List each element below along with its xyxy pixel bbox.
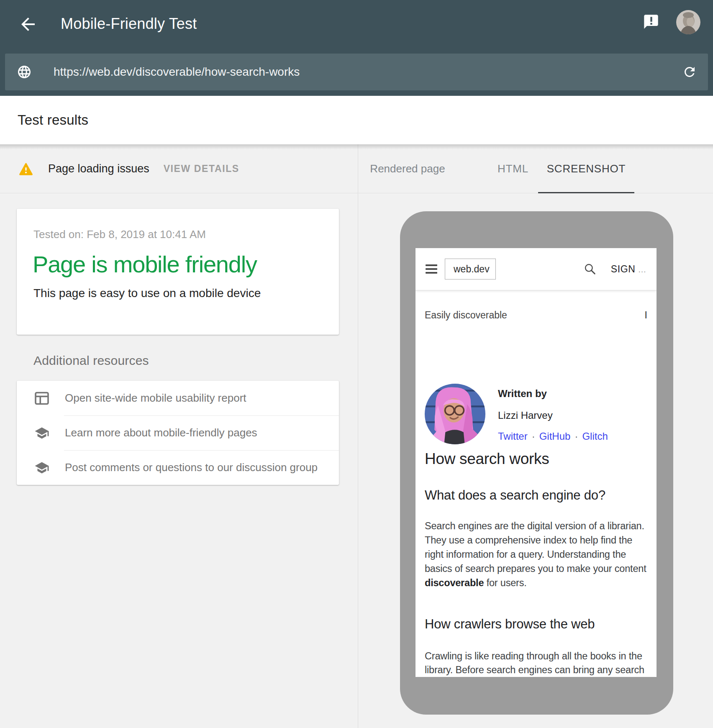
article-subheading-2: How crawlers browse the web — [425, 617, 647, 632]
sign-in-ellipsis: … — [638, 265, 646, 274]
screenshot-site-name: web.dev — [454, 264, 490, 275]
warning-label: Page loading issues — [48, 162, 149, 175]
phone-mockup: web.dev SIGN… Easily discoverable I — [400, 211, 673, 715]
paragraph-bold-text: discoverable — [425, 577, 484, 588]
resource-item-label: Post comments or questions to our discus… — [65, 461, 318, 474]
back-button[interactable] — [18, 14, 38, 34]
school-icon — [34, 426, 49, 441]
usability-report-icon — [34, 391, 49, 406]
link-twitter: Twitter — [498, 431, 528, 442]
tab-html[interactable]: HTML — [498, 144, 528, 193]
refresh-button[interactable] — [682, 64, 697, 79]
globe-icon — [17, 64, 32, 79]
active-tab-underline — [538, 192, 634, 193]
app-bar: Mobile-Friendly Test https://web.dev/dis… — [0, 0, 713, 96]
sign-in-text: SIGN — [611, 264, 636, 274]
app-bar-row: Mobile-Friendly Test — [0, 0, 713, 51]
resource-item-label: Open site-wide mobile usability report — [65, 392, 246, 405]
app-title: Mobile-Friendly Test — [61, 15, 197, 33]
phone-screenshot: web.dev SIGN… Easily discoverable I — [415, 248, 657, 677]
resource-item-learn-more[interactable]: Learn more about mobile-friendly pages — [17, 415, 339, 450]
article-title: How search works — [425, 450, 647, 468]
result-card: Tested on: Feb 8, 2019 at 10:41 AM Page … — [17, 209, 339, 335]
link-separator: · — [528, 431, 539, 442]
article-subheading-1: What does a search engine do? — [425, 488, 647, 503]
link-github: GitHub — [539, 431, 571, 442]
feedback-icon — [643, 13, 659, 30]
back-arrow-icon — [18, 14, 38, 34]
author-details: Written by Lizzi Harvey Twitter·GitHub·G… — [498, 384, 608, 444]
tab-screenshot[interactable]: SCREENSHOT — [547, 144, 626, 193]
author-links: Twitter·GitHub·Glitch — [498, 431, 608, 442]
author-block: Written by Lizzi Harvey Twitter·GitHub·G… — [425, 384, 647, 444]
additional-resources-heading: Additional resources — [33, 354, 149, 368]
screenshot-browser-header: web.dev SIGN… — [415, 248, 657, 290]
screenshot-search-box: web.dev — [445, 259, 496, 279]
view-details-link[interactable]: VIEW DETAILS — [164, 163, 239, 174]
account-avatar[interactable] — [676, 10, 700, 34]
content-area: Page loading issues VIEW DETAILS Tested … — [0, 144, 713, 728]
paragraph-text: Search engines are the digital version o… — [425, 520, 646, 574]
page-loading-issues-row: Page loading issues VIEW DETAILS — [0, 144, 358, 193]
paragraph-text: for users. — [484, 577, 526, 588]
screenshot-section-row: Easily discoverable I — [425, 310, 647, 321]
sign-in-label: SIGN… — [611, 264, 646, 275]
resource-item-label: Learn more about mobile-friendly pages — [65, 426, 257, 439]
resource-item-discussion-group[interactable]: Post comments or questions to our discus… — [17, 450, 339, 485]
left-panel: Page loading issues VIEW DETAILS Tested … — [0, 144, 358, 728]
article-paragraph-1: Search engines are the digital version o… — [425, 519, 647, 590]
section-title: Easily discoverable — [425, 310, 507, 321]
article-paragraph-2: Crawling is like reading through all the… — [425, 649, 647, 677]
refresh-icon — [682, 64, 697, 79]
tested-on-timestamp: Tested on: Feb 8, 2019 at 10:41 AM — [33, 228, 206, 241]
link-glitch: Glitch — [582, 431, 608, 442]
url-text[interactable]: https://web.dev/discoverable/how-search-… — [54, 54, 300, 90]
results-band: Test results — [0, 96, 713, 144]
hamburger-menu-icon — [426, 262, 437, 276]
verdict-heading: Page is mobile friendly — [33, 251, 257, 278]
avatar-photo — [676, 10, 700, 34]
warning-triangle-icon — [19, 162, 33, 175]
tabs-row: Rendered page HTML SCREENSHOT — [358, 144, 713, 193]
screenshot-page-body: Easily discoverable I — [415, 310, 657, 677]
written-by-label: Written by — [498, 388, 608, 400]
feedback-button[interactable] — [643, 13, 659, 30]
school-icon — [34, 460, 49, 475]
resource-item-usability-report[interactable]: Open site-wide mobile usability report — [17, 381, 339, 415]
author-name: Lizzi Harvey — [498, 410, 608, 421]
page-title: Test results — [18, 96, 88, 144]
link-separator: · — [570, 431, 582, 442]
section-trailing-glyph: I — [645, 310, 647, 321]
verdict-description: This page is easy to use on a mobile dev… — [33, 287, 261, 300]
author-avatar — [425, 384, 485, 444]
tab-rendered-page[interactable]: Rendered page — [370, 144, 445, 193]
right-panel: Rendered page HTML SCREENSHOT web.dev — [358, 144, 713, 728]
url-bar[interactable]: https://web.dev/discoverable/how-search-… — [5, 54, 708, 90]
resources-card: Open site-wide mobile usability report L… — [17, 381, 339, 485]
search-icon — [583, 262, 597, 276]
